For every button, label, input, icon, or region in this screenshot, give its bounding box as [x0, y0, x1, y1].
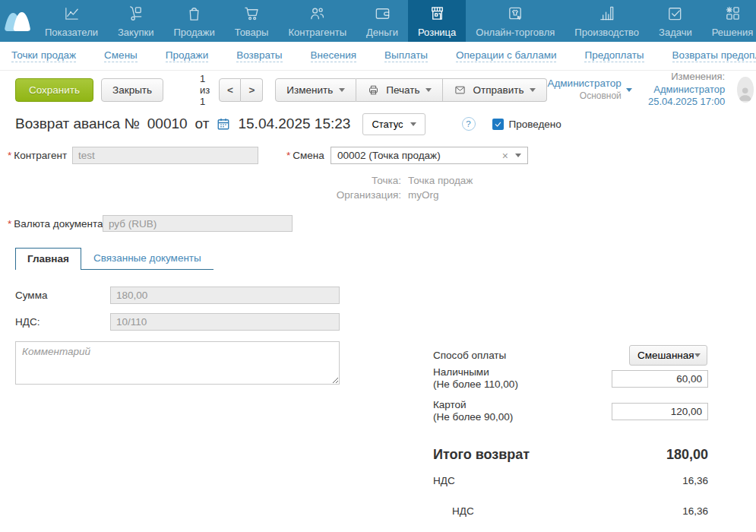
- online-shop-icon: [506, 5, 525, 24]
- chevron-down-icon: [515, 154, 521, 157]
- print-button-label: Печать: [386, 84, 419, 96]
- comment-textarea[interactable]: [15, 341, 340, 385]
- document-datetime[interactable]: 15.04.2025 15:23: [238, 116, 350, 132]
- document-number: 00010: [147, 116, 188, 132]
- pager-label: 1 из 1: [200, 73, 210, 107]
- posted-label: Проведено: [509, 119, 561, 130]
- pager: < >: [219, 78, 263, 102]
- nav-item-label: Производство: [574, 27, 639, 38]
- subnav-vozvraty-predoplat[interactable]: Возвраты предоплат: [672, 49, 756, 62]
- action-button-group: Изменить Печать Отправить: [275, 78, 547, 102]
- subnav-vozvraty[interactable]: Возвраты: [236, 49, 282, 62]
- people-icon: [308, 5, 327, 24]
- app-logo[interactable]: [0, 0, 35, 42]
- tab-bar: Главная Связанные документы: [15, 248, 214, 270]
- document-header: Возврат аванса № 00010 от 15.04.2025 15:…: [0, 109, 756, 139]
- shift-select-value: 00002 (Точка продаж): [337, 150, 502, 161]
- nav-item-label: Задачи: [659, 27, 692, 38]
- nav-item-proizvodstvo[interactable]: Производство: [565, 0, 649, 42]
- shift-label: *Смена: [286, 150, 324, 161]
- document-from-label: от: [195, 116, 210, 132]
- subnav-tochki-prodazh[interactable]: Точки продаж: [11, 49, 76, 62]
- nav-item-dengi[interactable]: Деньги: [356, 0, 408, 42]
- subnav-vyplaty[interactable]: Выплаты: [384, 49, 428, 62]
- nav-item-label: Товары: [235, 27, 269, 38]
- payment-method-label: Способ оплаты: [433, 350, 506, 361]
- required-asterisk: *: [286, 150, 290, 161]
- nav-item-online-torgovlya[interactable]: Онлайн-торговля: [466, 0, 565, 42]
- organization-value: myOrg: [408, 189, 439, 201]
- nav-item-zakupki[interactable]: Закупки: [108, 0, 163, 42]
- posted-checkbox[interactable]: [492, 119, 504, 130]
- sum-input[interactable]: [110, 287, 340, 304]
- subnav-smeny[interactable]: Смены: [104, 49, 138, 62]
- send-button[interactable]: Отправить: [443, 78, 547, 102]
- subnav-prodazhi[interactable]: Продажи: [166, 49, 208, 62]
- shift-select[interactable]: 00002 (Точка продаж) ×: [331, 147, 528, 164]
- cash-input[interactable]: [612, 370, 708, 388]
- subnav-vneseniya[interactable]: Внесения: [311, 49, 357, 62]
- currency-input[interactable]: [103, 215, 293, 232]
- nav-item-kontragenty[interactable]: Контрагенты: [278, 0, 356, 42]
- contractor-input[interactable]: [72, 147, 258, 164]
- contractor-label: *Контрагент: [8, 150, 67, 161]
- next-button[interactable]: >: [241, 78, 263, 102]
- subnav-predoplaty[interactable]: Предоплаты: [584, 49, 644, 62]
- chevron-down-icon: [339, 88, 345, 92]
- factory-icon: [597, 5, 616, 24]
- organization-label: Организация:: [319, 189, 401, 201]
- card-input[interactable]: [612, 403, 708, 420]
- changes-user-link[interactable]: Администратор: [653, 84, 725, 95]
- user-menu[interactable]: Администратор Основной: [547, 78, 631, 102]
- total-vat-label: НДС: [433, 475, 455, 486]
- card-label: Картой (Не более 90,00): [433, 399, 513, 423]
- vat-input[interactable]: [110, 313, 340, 331]
- toolbar-right: Администратор Основной Изменения: Админи…: [547, 71, 753, 109]
- cash-label: Наличными (Не более 110,00): [433, 366, 518, 391]
- chevron-down-icon: [626, 88, 632, 92]
- calendar-icon[interactable]: [217, 117, 230, 131]
- sub-navigation: Точки продаж Смены Продажи Возвраты Внес…: [0, 42, 756, 71]
- send-button-label: Отправить: [473, 84, 524, 96]
- apps-gear-icon: [723, 5, 742, 24]
- status-button[interactable]: Статус: [362, 113, 425, 135]
- total-vat2-label: НДС: [452, 505, 474, 517]
- sum-label: Сумма: [15, 290, 47, 301]
- point-label: Точка:: [319, 175, 401, 186]
- save-button[interactable]: Сохранить: [15, 78, 93, 102]
- help-icon[interactable]: ?: [462, 117, 476, 131]
- tab-main[interactable]: Главная: [15, 248, 81, 270]
- wallet-icon: [373, 5, 392, 24]
- cart-icon: [242, 5, 261, 24]
- nav-item-label: Контрагенты: [288, 27, 346, 38]
- nav-item-label: Показатели: [45, 27, 98, 38]
- payment-method-select[interactable]: Смешанная: [629, 345, 707, 366]
- nav-item-pokazateli[interactable]: Показатели: [35, 0, 108, 42]
- nav-item-prodazhi[interactable]: Продажи: [163, 0, 224, 42]
- envelope-icon: [454, 84, 467, 96]
- total-label: Итого возврат: [433, 447, 530, 463]
- subnav-operacii-s-ballami[interactable]: Операции с баллами: [456, 49, 556, 62]
- nav-item-resheniya[interactable]: Решения: [702, 0, 756, 42]
- print-button[interactable]: Печать: [356, 78, 443, 102]
- nav-item-tovary[interactable]: Товары: [225, 0, 279, 42]
- edit-button[interactable]: Изменить: [275, 78, 356, 102]
- nav-item-roznica[interactable]: Розница: [408, 0, 466, 42]
- tab-linked-documents[interactable]: Связанные документы: [81, 248, 214, 270]
- chart-line-icon: [62, 5, 81, 24]
- changes-date-link[interactable]: 25.04.2025 17:00: [644, 96, 725, 109]
- prev-button[interactable]: <: [219, 78, 241, 102]
- status-button-label: Статус: [372, 119, 403, 130]
- total-value: 180,00: [666, 447, 708, 463]
- avatar[interactable]: [737, 77, 753, 103]
- clear-icon[interactable]: ×: [502, 150, 508, 162]
- user-role: Основной: [547, 90, 621, 102]
- printer-icon: [367, 84, 380, 96]
- chevron-down-icon: [530, 88, 536, 92]
- document-form: *Контрагент *Смена 00002 (Точка продаж) …: [0, 139, 756, 532]
- chevron-down-icon: [425, 88, 432, 92]
- nav-item-zadachi[interactable]: Задачи: [649, 0, 702, 42]
- close-button[interactable]: Закрыть: [101, 78, 163, 102]
- handtruck-icon: [126, 5, 145, 24]
- storefront-icon: [428, 5, 447, 24]
